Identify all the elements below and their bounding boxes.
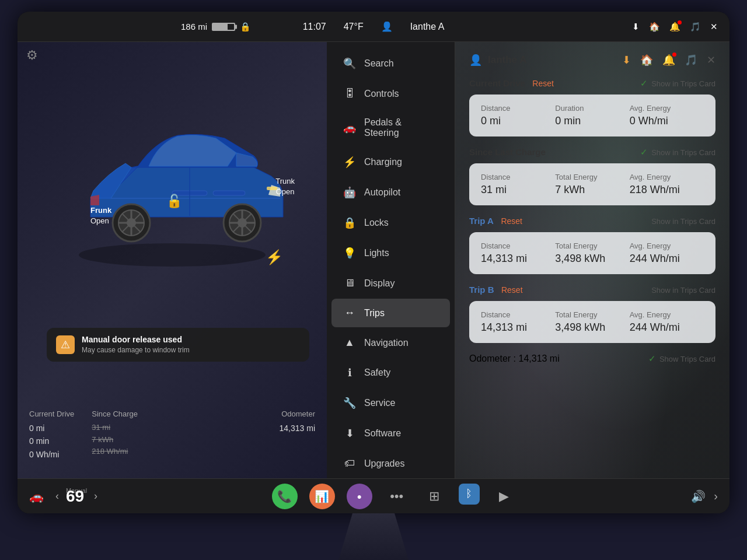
current-drive-card: Distance 0 mi Duration 0 min Avg. Energy… [469,94,715,136]
controls-menu-icon: 🎛 [343,88,356,100]
taskbar-center: 📞 📊 ● ••• ⊞ ᛒ ▶ [97,484,691,509]
trip-a-reset[interactable]: Reset [501,216,522,226]
status-temperature: 47°F [344,22,364,32]
camera-button[interactable]: ● [347,484,372,509]
bluetooth-button[interactable]: ᛒ [459,484,480,505]
trip-a-avg-label: Avg. Energy [630,242,704,250]
close-icon: ✕ [710,22,718,32]
menu-item-navigation[interactable]: ▲ Navigation [331,328,450,357]
menu-item-controls[interactable]: 🎛 Controls [331,79,450,108]
current-drive-dist-label: Distance [481,104,555,113]
taskbar: 🚗 ‹ Manual 69 › 📞 📊 ● ••• ⊞ ᛒ ▶ 🔊 › [18,478,729,513]
header-download-icon[interactable]: ⬇ [622,54,631,66]
header-close-icon[interactable]: ✕ [707,54,715,66]
trip-b-dist-value: 14,313 mi [481,321,555,334]
locks-menu-icon: 🔒 [343,216,356,229]
trip-a-dist-label: Distance [481,242,555,250]
range-value: 186 mi [181,22,207,32]
menu-item-software[interactable]: ⬇ Software [331,419,450,448]
audio-button[interactable]: 📊 [309,484,335,509]
trip-b-card: Distance 14,313 mi Total Energy 3,498 kW… [469,301,715,343]
header-home-icon[interactable]: 🏠 [640,54,653,66]
lock-icon: 🔒 [240,22,251,32]
trip-a-total-label: Total Energy [555,242,629,250]
current-drive-distance: 0 mi [29,422,74,435]
current-drive-energy-stat: Avg. Energy 0 Wh/mi [630,104,704,127]
trip-b-avg-energy-stat: Avg. Energy 244 Wh/mi [630,310,704,334]
car-taskbar-icon[interactable]: 🚗 [29,489,44,503]
user-name-area: 👤 Ianthe A [469,54,526,66]
volume-icon[interactable]: 🔊 [691,489,706,503]
menu-label-charging: Charging [364,157,402,167]
grid-button[interactable]: ⊞ [421,484,447,509]
menu-item-upgrades[interactable]: 🏷 Upgrades [331,449,450,478]
monitor-stand [338,513,409,560]
trip-b-show-trips[interactable]: Show in Trips Card [651,286,715,295]
odometer-show-trips[interactable]: ✓ Show Trips Card [648,354,715,364]
bottom-stats: Current Drive 0 mi 0 min 0 Wh/mi Since C… [29,410,315,461]
since-charge-title-area: Since Last Charge [469,147,546,158]
current-drive-label: Current Drive [29,410,74,418]
since-charge-avg-value: 218 Wh/mi [630,184,704,196]
trip-b-total-label: Total Energy [555,310,629,319]
menu-item-autopilot[interactable]: 🤖 Autopilot [331,178,450,207]
trip-a-trips-label: Show in Trips Card [651,217,715,226]
menu-label-trips: Trips [364,308,385,318]
odometer-footer-value: 14,313 mi [518,354,559,363]
menu-item-service[interactable]: 🔧 Service [331,388,450,418]
phone-button[interactable]: 📞 [272,484,298,509]
main-content: ⚙ [18,42,729,478]
menu-label-pedals: Pedals & Steering [364,117,438,138]
menu-label-lights: Lights [364,248,389,258]
since-last-charge-section: Since Last Charge ✓ Show in Trips Card D… [469,147,715,205]
menu-item-display[interactable]: 🖥 Display [331,269,450,298]
upgrades-menu-icon: 🏷 [343,457,356,470]
frunk-label: Frunk Open [90,205,111,226]
trip-a-dist-value: 14,313 mi [481,253,555,265]
menu-item-locks[interactable]: 🔒 Locks [331,208,450,237]
current-drive-stat: Current Drive 0 mi 0 min 0 Wh/mi [29,410,74,461]
status-bar: 186 mi 🔒 11:07 47°F 👤 Ianthe A ⬇ 🏠 🔔 🎵 ✕ [18,12,729,42]
media-button[interactable]: ▶ [491,484,517,509]
trip-b-reset[interactable]: Reset [501,285,523,295]
menu-item-pedals[interactable]: 🚗 Pedals & Steering [331,109,450,146]
search-menu-icon: 🔍 [343,57,356,70]
since-charge-total-energy-stat: Total Energy 7 kWh [555,173,629,196]
next-icon[interactable]: › [714,489,718,503]
odometer-footer: Odometer : 14,313 mi ✓ Show Trips Card [469,354,715,364]
trunk-label: Trunk Open [275,176,295,197]
menu-item-search[interactable]: 🔍 Search [331,49,450,78]
lights-menu-icon: 💡 [343,247,356,260]
current-drive-energy: 0 Wh/mi [29,448,74,461]
more-button[interactable]: ••• [384,484,410,509]
current-drive-reset[interactable]: Reset [532,79,554,88]
settings-icon[interactable]: ⚙ [26,48,38,63]
status-right-icons: ⬇ 🏠 🔔 🎵 ✕ [632,22,718,32]
since-charge-label: Since Charge [92,410,138,418]
menu-item-lights[interactable]: 💡 Lights [331,239,450,268]
since-charge-show-trips[interactable]: ✓ Show in Trips Card [640,147,715,158]
trip-b-title: Trip B [469,285,494,295]
user-display-name: Ianthe A [488,54,526,66]
warning-toast: ⚠ Manual door release used May cause dam… [47,328,309,362]
unlock-icon: 🔓 [166,194,182,209]
display-menu-icon: 🖥 [343,277,356,289]
menu-item-trips[interactable]: ↔ Trips [331,299,450,327]
header-music-icon[interactable]: 🎵 [685,54,697,66]
odometer-footer-area: Odometer : 14,313 mi [469,354,560,364]
trip-a-show-trips[interactable]: Show in Trips Card [651,217,715,226]
trip-a-title: Trip A [469,216,494,226]
trip-b-total-energy-stat: Total Energy 3,498 kWh [555,310,629,334]
menu-item-charging[interactable]: ⚡ Charging [331,148,450,177]
trip-a-title-area: Trip A Reset [469,216,522,226]
since-charge-dist-value: 31 mi [481,184,555,196]
since-charge-dist-label: Distance [481,173,555,181]
current-drive-show-trips[interactable]: ✓ Show in Trips Card [640,78,715,89]
header-notification-icon[interactable]: 🔔 [662,54,675,66]
warning-text: Manual door release used May cause damag… [82,335,190,355]
current-drive-title: Current Drive [469,78,525,88]
current-drive-distance-stat: Distance 0 mi [481,104,555,127]
car-svg-container: Frunk Open Trunk Open 🔓 ⚡ [55,100,301,275]
menu-item-safety[interactable]: ℹ Safety [331,358,450,387]
speed-decrease-button[interactable]: ‹ [55,490,59,502]
